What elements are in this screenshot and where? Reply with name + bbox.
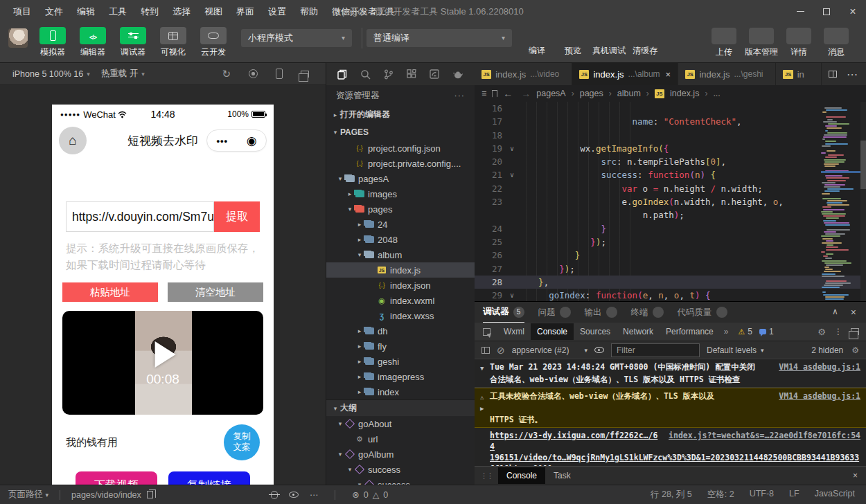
inspect-icon[interactable] xyxy=(483,328,491,336)
devtools-tab[interactable]: Console xyxy=(531,323,574,340)
problems-indicator[interactable]: ⊗ 0 △ 0 xyxy=(352,489,388,500)
menu-item[interactable]: 帮助 xyxy=(294,3,324,20)
tree-item[interactable]: ▸ index xyxy=(326,384,475,399)
more-dots-icon[interactable]: ••• xyxy=(216,136,228,146)
editor-tab[interactable]: JS index.js ...\geshi xyxy=(678,63,776,85)
tree-item[interactable]: ▾ album xyxy=(326,247,475,262)
back-icon[interactable]: ← xyxy=(503,88,513,99)
tree-item[interactable]: ▸ 24 xyxy=(326,217,475,232)
eye-icon[interactable] xyxy=(289,492,299,498)
user-avatar[interactable] xyxy=(8,28,28,48)
url-input[interactable]: https://v.douyin.com/Sm7u xyxy=(66,201,214,232)
extensions-icon[interactable] xyxy=(407,69,416,79)
breadcrumb-item[interactable]: ... xyxy=(713,89,720,98)
git-branch-icon[interactable] xyxy=(384,69,394,80)
tree-item[interactable]: project.config.json xyxy=(326,141,475,156)
cursor-position[interactable]: 行 28, 列 5 xyxy=(651,489,692,501)
tool-button[interactable]: 可视化 xyxy=(155,27,191,58)
capsule-menu[interactable]: ••• ◉ xyxy=(206,129,267,152)
maximize-button[interactable] xyxy=(813,0,840,23)
bookmark-icon[interactable] xyxy=(492,90,497,98)
tool-button[interactable]: 编辑器 xyxy=(75,27,111,58)
extract-button[interactable]: 提取 xyxy=(214,201,260,232)
menu-item[interactable]: 编辑 xyxy=(71,3,101,20)
close-panel-icon[interactable]: × xyxy=(851,307,856,318)
menu-item[interactable]: 界面 xyxy=(230,3,260,20)
more-actions-icon[interactable]: ⋯ xyxy=(847,68,858,81)
open-editors-section[interactable]: ▸ 打开的编辑器 xyxy=(326,106,475,123)
editor-tab[interactable]: JS index.js ...\video xyxy=(475,63,572,85)
device-select[interactable]: iPhone 5 100% 16 ▾ xyxy=(7,69,96,79)
play-icon[interactable] xyxy=(155,341,176,368)
drawer-tab[interactable]: Console xyxy=(498,467,545,484)
console-filter-input[interactable]: Filter xyxy=(611,343,700,357)
tree-item[interactable]: index.wxss xyxy=(326,308,475,323)
paste-button[interactable]: 粘贴地址 xyxy=(62,282,158,302)
source-link[interactable]: index.js?t=wechat&s=…22ae0d1f8e7016fc:54 xyxy=(660,430,860,452)
debugger-tab[interactable]: 终端 xyxy=(631,307,664,318)
undock-icon[interactable] xyxy=(851,328,859,335)
outline-item[interactable]: ▾ success xyxy=(326,477,475,485)
tree-item[interactable]: project.private.config.... xyxy=(326,156,475,171)
drawer-tab[interactable]: Task xyxy=(545,467,579,484)
menu-item[interactable]: 微信开发者工具 xyxy=(326,3,401,20)
hidden-count[interactable]: 2 hidden xyxy=(811,345,843,355)
outline-item[interactable]: ▾ success xyxy=(326,462,475,477)
outline-section[interactable]: ▾ 大纲 xyxy=(326,399,475,416)
compile-action-button[interactable]: 真机调试 xyxy=(591,28,627,57)
devtools-tab[interactable]: Sources xyxy=(574,323,617,340)
tool-button[interactable]: 云开发 xyxy=(195,27,231,58)
editor-tab[interactable]: JS in xyxy=(776,63,821,85)
log-levels-select[interactable]: Default levels ▾ xyxy=(707,345,764,355)
toolbar-action-button[interactable]: 详情 xyxy=(780,28,818,58)
copy-caption-button[interactable]: 复制 文案 xyxy=(224,424,260,460)
breadcrumb-item[interactable]: index.js xyxy=(670,89,699,98)
more-dots-icon[interactable]: ⋯ xyxy=(310,489,319,500)
devtools-tab[interactable]: Performance xyxy=(660,323,720,340)
console-message[interactable]: ⚠ ▶工具未校验合法域名、web-view（业务域名）、TLS 版本以及VM14… xyxy=(475,388,866,428)
copy-icon[interactable] xyxy=(147,491,153,498)
device-icon[interactable] xyxy=(276,69,283,79)
gear-icon[interactable]: ⚙ xyxy=(818,327,826,337)
code-area[interactable]: 1617 name: "ContentCheck",1819∨ wx.getIm… xyxy=(475,102,866,302)
minimap[interactable] xyxy=(821,102,856,302)
eol-setting[interactable]: LF xyxy=(789,489,799,501)
breadcrumb-item[interactable]: pagesA xyxy=(536,89,565,98)
menu-item[interactable]: 选择 xyxy=(166,3,197,20)
console-message[interactable]: ▼Tue Mar 21 2023 14:48:24 GMT+0800 (中国标准… xyxy=(475,359,866,388)
compile-mode-select[interactable]: 普通编译 ▾ xyxy=(366,29,512,47)
eye-icon[interactable] xyxy=(594,347,604,353)
toolbar-action-button[interactable]: 版本管理 xyxy=(743,28,780,58)
breadcrumb-item[interactable]: album xyxy=(617,89,641,98)
record-icon[interactable] xyxy=(249,69,258,78)
close-button[interactable]: × xyxy=(840,0,866,23)
minimize-button[interactable] xyxy=(787,0,813,23)
tree-item[interactable]: ▾ pages xyxy=(326,201,475,217)
forward-icon[interactable]: → xyxy=(521,88,531,99)
tree-item[interactable]: ▸ images xyxy=(326,186,475,201)
devtools-tab[interactable]: Network xyxy=(617,323,660,340)
message-count[interactable]: 1 xyxy=(769,327,774,336)
debugger-tab[interactable]: 代码质量 xyxy=(678,307,727,318)
video-player[interactable]: 00:08 xyxy=(62,311,263,415)
menu-item[interactable]: 工具 xyxy=(103,3,133,20)
tree-item[interactable]: index.js xyxy=(326,262,475,278)
gear-icon[interactable]: ⚙ xyxy=(851,345,859,355)
outline-item[interactable]: ▾ goAlbum xyxy=(326,447,475,462)
collapse-panel-icon[interactable]: ∧ xyxy=(832,307,838,318)
compile-action-button[interactable]: 预览 xyxy=(555,28,591,57)
menu-item[interactable]: 设置 xyxy=(262,3,292,20)
close-tab-icon[interactable]: × xyxy=(664,69,671,80)
toolbar-action-button[interactable]: 上传 xyxy=(705,28,743,58)
editor-scrollbar[interactable] xyxy=(860,102,866,302)
files-icon[interactable] xyxy=(337,69,347,80)
clear-button[interactable]: 清空地址 xyxy=(168,282,263,302)
project-root-section[interactable]: ▾ PAGES xyxy=(326,123,475,141)
menu-item[interactable]: 项目 xyxy=(7,3,37,20)
debugger-tab[interactable]: 问题 xyxy=(538,307,571,318)
tree-item[interactable]: ▸ imagepress xyxy=(326,369,475,384)
devtools-tab[interactable]: Wxml xyxy=(497,323,531,340)
multi-window-icon[interactable] xyxy=(301,71,309,78)
mode-select[interactable]: 小程序模式 ▾ xyxy=(241,29,352,47)
encoding-setting[interactable]: UTF-8 xyxy=(750,489,774,501)
